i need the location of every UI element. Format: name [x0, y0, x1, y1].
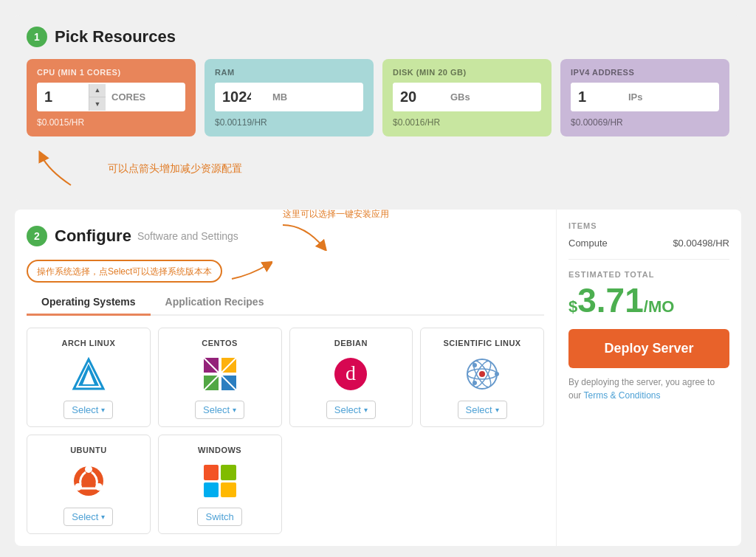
- ipv4-price: $0.00069/HR: [571, 117, 719, 128]
- ram-input-row: MB: [215, 83, 363, 111]
- os-card-centos: CENTOS: [158, 328, 282, 427]
- centos-select-button[interactable]: Select ▾: [195, 401, 244, 419]
- price-period: /MO: [644, 297, 675, 316]
- section2-subtitle: Software and Settings: [137, 230, 238, 242]
- svg-point-22: [472, 381, 477, 385]
- deploy-server-button[interactable]: Deploy Server: [568, 329, 729, 368]
- disk-price: $0.0016/HR: [393, 117, 541, 128]
- item-compute-price: $0.00498/HR: [673, 238, 729, 249]
- item-compute-name: Compute: [568, 238, 608, 249]
- os-grid-row2: UBUNTU: [27, 435, 544, 534]
- annotation-band: 可以点箭头增加减少资源配置: [15, 136, 741, 201]
- os-card-arch: ARCH LINUX Select ▾: [27, 328, 151, 427]
- disk-label: DISK (MIN 20 GB): [393, 68, 541, 77]
- ipv4-unit: IPs: [622, 91, 649, 103]
- ipv4-label: IPV4 ADDRESS: [571, 68, 719, 77]
- ram-label: RAM: [215, 68, 363, 77]
- disk-unit: GBs: [444, 91, 476, 103]
- debian-icon: d: [331, 355, 370, 393]
- svg-point-24: [85, 466, 92, 473]
- windows-switch-button[interactable]: Switch: [197, 508, 241, 526]
- item-row-compute: Compute $0.00498/HR: [568, 238, 729, 249]
- terms-link[interactable]: Terms & Conditions: [583, 390, 660, 401]
- arch-select-button[interactable]: Select ▾: [63, 401, 113, 419]
- cpu-label: CPU (MIN 1 CORES): [37, 68, 185, 77]
- svg-point-21: [472, 363, 477, 367]
- cpu-increment[interactable]: ▲: [89, 84, 106, 97]
- os-card-scientific: SCIENTIFIC LINUX: [420, 328, 544, 427]
- os-name-scientific: SCIENTIFIC LINUX: [444, 339, 521, 347]
- items-label: ITEMS: [568, 221, 729, 230]
- disk-input-row: GBs: [393, 83, 541, 111]
- annotation-arrow-app: [283, 221, 327, 251]
- section2-title: Configure: [55, 226, 131, 246]
- price-amount: 3.71: [577, 283, 644, 317]
- tab-application-recipes[interactable]: Application Recipes: [151, 290, 279, 316]
- svg-point-28: [84, 477, 93, 485]
- annotation-app-area: 这里可以选择一键安装应用: [283, 221, 327, 251]
- section2-container: 2 Configure Software and Settings 这里可以选择…: [15, 210, 741, 546]
- section2-left: 2 Configure Software and Settings 这里可以选择…: [15, 210, 557, 546]
- os-name-debian: DEBIAN: [334, 339, 368, 347]
- ipv4-card: IPV4 ADDRESS IPs $0.00069/HR: [560, 59, 729, 136]
- ram-price: $0.00119/HR: [215, 117, 363, 128]
- win-square-green: [221, 465, 236, 480]
- ram-unit: MB: [267, 91, 293, 103]
- tabs-row: Operating Systems Application Recipes: [27, 290, 544, 316]
- ubuntu-icon: [69, 462, 108, 500]
- resources-row: CPU (MIN 1 CORES) ▲ ▼ CORES $0.0015/HR R…: [27, 59, 729, 136]
- disk-input[interactable]: [393, 83, 444, 111]
- cpu-spin-buttons: ▲ ▼: [89, 84, 106, 111]
- terms-text: By deploying the server, you agree to ou…: [568, 376, 729, 402]
- annotation-arrow-os: [228, 260, 272, 283]
- tab-operating-systems[interactable]: Operating Systems: [27, 290, 151, 316]
- debian-select-button[interactable]: Select ▾: [326, 401, 376, 419]
- price-dollar-sign: $: [568, 297, 577, 316]
- scientific-icon: [463, 355, 501, 393]
- ubuntu-select-button[interactable]: Select ▾: [63, 508, 113, 526]
- arch-icon: [69, 355, 108, 393]
- cpu-price: $0.0015/HR: [37, 117, 185, 128]
- annotation-os-text: 操作系统选择，点Select可以选择系统版本本: [37, 266, 212, 277]
- cpu-input[interactable]: [37, 83, 89, 111]
- centos-icon: [201, 355, 239, 393]
- os-card-debian: DEBIAN d Select ▾: [289, 328, 413, 427]
- svg-text:d: d: [346, 361, 356, 384]
- cpu-decrement[interactable]: ▼: [89, 97, 106, 111]
- section1-header: 1 Pick Resources: [27, 27, 729, 47]
- section2-header: 2 Configure Software and Settings 这里可以选择…: [27, 221, 544, 251]
- os-name-centos: CENTOS: [202, 339, 238, 347]
- os-name-arch: ARCH LINUX: [61, 339, 115, 347]
- svg-point-20: [495, 372, 499, 376]
- windows-icon-grid: [204, 465, 236, 497]
- annotation-app-text: 这里可以选择一键安装应用: [283, 208, 389, 221]
- win-square-yellow: [221, 482, 236, 498]
- estimated-label: ESTIMATED TOTAL: [568, 270, 729, 279]
- os-card-ubuntu: UBUNTU: [27, 435, 151, 534]
- section1-title: Pick Resources: [55, 27, 176, 46]
- price-display: $ 3.71 /MO: [568, 283, 729, 317]
- section2-number: 2: [27, 226, 47, 246]
- os-card-windows: WINDOWS Switch: [158, 435, 282, 534]
- windows-icon: [201, 462, 239, 500]
- svg-point-19: [479, 371, 485, 377]
- scientific-select-button[interactable]: Select ▾: [458, 401, 507, 419]
- ram-input[interactable]: [215, 83, 267, 111]
- os-grid-row1: ARCH LINUX Select ▾ CENTOS: [27, 328, 544, 427]
- annotation-arrow1: [27, 148, 86, 189]
- ipv4-input-row: IPs: [571, 83, 719, 111]
- annotation-os-circle: 操作系统选择，点Select可以选择系统版本本: [27, 260, 222, 283]
- ipv4-input[interactable]: [571, 83, 622, 111]
- cpu-card: CPU (MIN 1 CORES) ▲ ▼ CORES $0.0015/HR: [27, 59, 196, 136]
- os-name-ubuntu: UBUNTU: [70, 446, 106, 454]
- win-square-blue: [204, 482, 219, 498]
- section2-right: ITEMS Compute $0.00498/HR ESTIMATED TOTA…: [557, 210, 741, 546]
- disk-card: DISK (MIN 20 GB) GBs $0.0016/HR: [382, 59, 551, 136]
- annotation-os-area: 操作系统选择，点Select可以选择系统版本本: [27, 260, 544, 283]
- cpu-unit: CORES: [106, 91, 151, 103]
- cpu-input-row: ▲ ▼ CORES: [37, 83, 185, 111]
- price-divider: [568, 259, 729, 260]
- win-square-red: [204, 465, 219, 480]
- section1-number: 1: [27, 27, 47, 47]
- ram-card: RAM MB $0.00119/HR: [205, 59, 374, 136]
